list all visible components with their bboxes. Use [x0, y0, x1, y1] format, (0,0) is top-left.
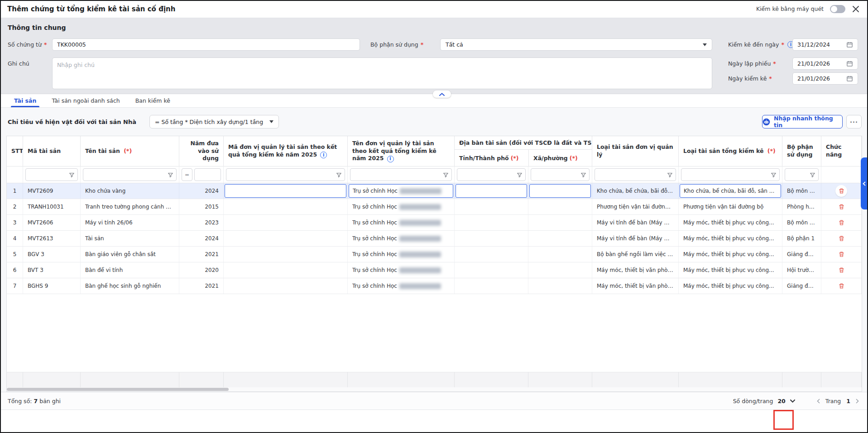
delete-icon-circle[interactable]	[835, 185, 847, 197]
rows-per-page-select[interactable]: Số dòng/trang 20	[733, 398, 795, 404]
cell-xa-phuong	[528, 278, 592, 294]
equals-operator[interactable]: =	[182, 168, 192, 181]
filter-funnel-icon[interactable]	[336, 172, 342, 178]
collapse-form-button[interactable]	[433, 90, 451, 98]
editable-cell-box[interactable]	[529, 184, 591, 198]
cell-nam-su-dung: 2023	[179, 215, 224, 230]
expand-side-panel-tab[interactable]	[861, 157, 867, 209]
table-footer-row	[7, 372, 862, 387]
delete-row-icon[interactable]	[838, 187, 845, 195]
tab-2[interactable]: Tài sản ngoài danh sách	[44, 94, 127, 107]
delete-row-icon[interactable]	[838, 251, 845, 258]
info-icon[interactable]: i	[387, 156, 394, 162]
ghi-chu-textarea[interactable]	[52, 57, 712, 89]
cell-ma-tai-san: MVT2606	[23, 215, 81, 230]
cell-text: Trụ sở chính Học	[352, 283, 397, 289]
ngay-lap-phieu-input[interactable]: 21/01/2026	[792, 57, 858, 70]
delete-row-icon[interactable]	[838, 266, 845, 274]
filter-input-bp[interactable]	[788, 171, 808, 178]
filter-funnel-icon[interactable]	[810, 172, 815, 178]
bo-phan-su-dung-value: Tất cả	[446, 41, 463, 48]
editable-cell-box[interactable]: Kho chứa, bể chứa, bãi đỗ, sân ...	[680, 184, 781, 198]
filter-funnel-icon[interactable]	[771, 172, 777, 178]
filter-funnel-icon[interactable]	[580, 172, 586, 178]
redacted-text	[399, 204, 441, 210]
delete-row-icon[interactable]	[838, 282, 845, 290]
redacted-text	[399, 236, 441, 242]
cell-loai-tai-san-don-vi: Máy móc, thiết bị văn phòng ph...	[592, 278, 679, 294]
filter-funnel-icon[interactable]	[667, 172, 673, 178]
filter-input-loai_tkk[interactable]	[684, 171, 769, 178]
footer-cell-ten_dv	[348, 372, 455, 387]
cell-ten-don-vi: Trụ sở chính Học	[348, 247, 455, 262]
delete-row-icon[interactable]	[838, 235, 845, 242]
calendar-icon[interactable]	[846, 41, 853, 48]
info-icon[interactable]: i	[320, 152, 327, 158]
cell-tinh-thanh-pho	[455, 278, 528, 294]
cell-tinh-thanh-pho	[455, 262, 528, 278]
filter-input-tinh[interactable]	[460, 171, 515, 178]
so-chung-tu-input[interactable]	[52, 38, 360, 51]
calendar-icon[interactable]	[846, 60, 853, 67]
quick-fill-button[interactable]: Nhập nhanh thông tin	[762, 115, 843, 128]
date-value: 31/12/2024	[797, 41, 830, 48]
tab-3[interactable]: Ban kiểm kê	[128, 94, 178, 107]
table-row[interactable]: 4MVT2613Tài sản2024Trụ sở chính HọcMáy v…	[7, 231, 862, 247]
cell-bo-phan-su-dung: Bộ phận 1	[782, 231, 821, 246]
cell-text: Tài sản	[85, 235, 104, 242]
filter-input-ma_dv[interactable]	[229, 171, 334, 178]
cell-text: Máy móc, thiết bị văn phòng ph...	[597, 267, 674, 273]
cell-tinh-thanh-pho	[455, 231, 528, 246]
horizontal-scrollbar[interactable]	[7, 387, 862, 391]
more-options-button[interactable]: ···	[846, 115, 862, 128]
cell-chuc-nang	[821, 262, 862, 278]
close-icon[interactable]	[852, 5, 860, 13]
cell-text: Máy vi tính để bàn (Máy móc, t...	[597, 219, 674, 226]
kiem-ke-den-ngay-input[interactable]: 31/12/2024	[792, 38, 858, 51]
table-row[interactable]: 6BVT 3Bàn để vi tính2020Trụ sở chính Học…	[7, 262, 862, 278]
calendar-icon[interactable]	[846, 75, 853, 82]
cell-ten-tai-san: Bàn ghế học sinh gỗ nghiến	[81, 278, 179, 294]
filter-input-ten[interactable]	[86, 171, 166, 178]
table-row[interactable]: 7BGHS 9Bàn ghế học sinh gỗ nghiến2021Trụ…	[7, 278, 862, 294]
cell-tinh-thanh-pho	[455, 247, 528, 262]
filter-input-loai_dv[interactable]	[598, 171, 665, 178]
filter-funnel-icon[interactable]	[443, 172, 449, 178]
filter-input-nam[interactable]	[197, 171, 218, 178]
cell-ma-don-vi	[224, 183, 348, 199]
horizontal-scrollbar-thumb[interactable]	[7, 388, 229, 391]
filter-funnel-icon[interactable]	[69, 172, 75, 178]
filter-cell-ma	[23, 167, 81, 183]
bo-phan-su-dung-select[interactable]: Tất cả	[440, 38, 712, 51]
editable-cell-box[interactable]: Trụ sở chính Học	[349, 184, 453, 198]
column-header-tinh: Tỉnh/Thành phố(*)	[455, 150, 528, 166]
table-row[interactable]: 2TRANH10031Tranh treo tường phong cảnh m…	[7, 199, 862, 215]
cell-loai-tai-san-don-vi: Máy móc, thiết bị văn phòng ph...	[592, 262, 679, 278]
editable-cell-box[interactable]	[225, 184, 346, 198]
editable-cell-box[interactable]	[456, 184, 527, 198]
filter-input-ten_dv[interactable]	[353, 171, 441, 178]
filter-funnel-icon[interactable]	[517, 172, 523, 178]
cell-loai-tai-san-tong-kiem-ke: Máy móc, thiết bị phục vụ công...	[679, 247, 782, 262]
previous-page-icon[interactable]	[817, 399, 820, 404]
delete-row-icon[interactable]	[838, 219, 845, 226]
cell-text: Giảng đường	[787, 283, 816, 289]
ngay-kiem-ke-input[interactable]: 21/01/2026	[792, 72, 858, 85]
scan-toggle-switch[interactable]	[830, 5, 845, 13]
chi-tieu-select[interactable]: = Số tầng * Diện tích xây dựng/1 tầng	[149, 115, 279, 128]
filter-funnel-icon[interactable]	[168, 172, 173, 178]
tab-1[interactable]: Tài sản	[6, 94, 44, 107]
filter-input-ma[interactable]	[29, 171, 67, 178]
next-page-icon[interactable]	[856, 399, 859, 404]
cell-xa-phuong	[528, 199, 592, 214]
table-row[interactable]: 1MVT2609Kho chứa vàng2024Trụ sở chính Họ…	[7, 183, 862, 199]
cell-loai-tai-san-tong-kiem-ke: Kho chứa, bể chứa, bãi đỗ, sân ...	[679, 183, 782, 199]
delete-row-icon[interactable]	[838, 203, 845, 210]
filter-cell-stt	[7, 167, 23, 183]
cell-loai-tai-san-don-vi: Bộ bàn ghế ngồi làm việc trang...	[592, 247, 679, 262]
table-row[interactable]: 5BGV 3Bàn giáo viên gỗ chân sắt2021Trụ s…	[7, 247, 862, 262]
cell-text: Bộ môn Giáo	[787, 219, 816, 226]
filter-input-xa[interactable]	[534, 171, 579, 178]
table-row[interactable]: 3MVT2606Máy vi tính 26/062023Trụ sở chín…	[7, 215, 862, 231]
cell-text: Máy móc, thiết bị phục vụ công...	[683, 219, 774, 226]
